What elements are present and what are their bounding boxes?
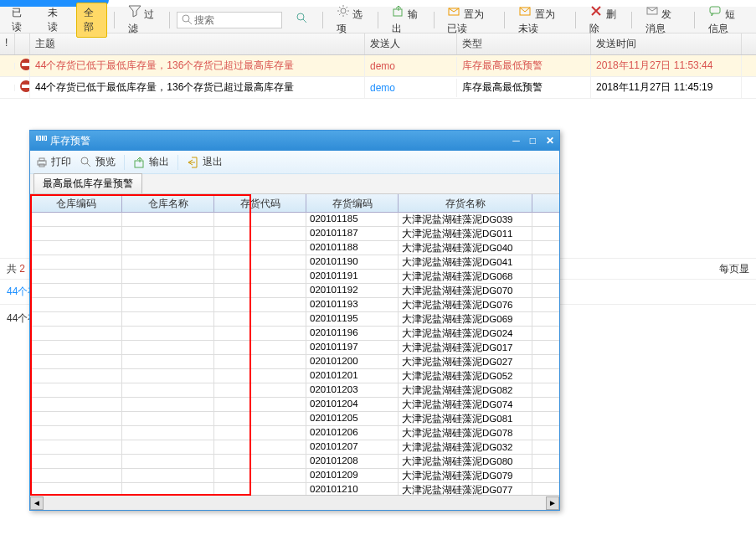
data-row[interactable]: 020101191大津泥盐湖硅藻泥DG068 [30,270,559,284]
warehouse-name-cell [122,383,214,397]
inv-number-cell: 020101208 [306,455,399,468]
col-inv-number[interactable]: 存货编码 [306,194,399,212]
dialog-tab-bar: 最高最低库存量预警 [30,174,559,194]
col-sender[interactable]: 发送人 [365,33,457,54]
col-type[interactable]: 类型 [457,33,591,54]
print-button[interactable]: 打印 [35,155,71,169]
inv-name-cell: 大津泥盐湖硅藻泥DG070 [399,284,532,297]
preview-label: 预览 [95,155,116,169]
mark-read-button[interactable]: 置为已读 [440,2,497,39]
data-row[interactable]: 020101197大津泥盐湖硅藻泥DG017 [30,341,559,355]
col-time[interactable]: 发送时间 [591,33,742,54]
warehouse-name-cell [122,270,214,283]
dialog-toolbar: 打印 预览 输出 退出 [30,151,559,174]
search-go-button[interactable] [289,9,316,30]
inv-name-cell: 大津泥盐湖硅藻泥DG077 [399,483,532,495]
type-cell: 库存最高最低预警 [457,77,591,98]
search-input[interactable] [194,14,278,26]
warehouse-name-cell [122,412,214,425]
warehouse-code-cell [30,270,122,283]
search-box[interactable] [177,12,282,28]
col-subject[interactable]: 主题 [30,33,365,54]
separator [694,12,695,28]
inv-number-cell: 020101201 [306,369,399,383]
flag-cell [0,63,15,69]
maximize-button[interactable]: □ [530,135,536,147]
data-row[interactable]: 020101204大津泥盐湖硅藻泥DG074 [30,398,559,412]
read-button[interactable]: 已读 [5,3,34,37]
inv-name-cell: 大津泥盐湖硅藻泥DG081 [399,412,532,425]
data-row[interactable]: 020101210大津泥盐湖硅藻泥DG077 [30,483,559,495]
data-row[interactable]: 020101201大津泥盐湖硅藻泥DG052 [30,369,559,383]
inv-code-cell [214,369,306,383]
search-go-icon [296,12,309,25]
data-grid-body[interactable]: 020101185大津泥盐湖硅藻泥DG039020101187大津泥盐湖硅藻泥D… [30,213,559,495]
main-toolbar: 已读 未读 全部 过滤 选项 输出 置为已读 置为未读 删除 发消息 [0,7,756,33]
dialog-titlebar[interactable]: 库存预警 ─ □ ✕ [30,131,559,151]
col-inv-code[interactable]: 存货代码 [214,194,306,212]
data-row[interactable]: 020101195大津泥盐湖硅藻泥DG069 [30,312,559,327]
warehouse-name-cell [122,327,214,340]
minimize-button[interactable]: ─ [512,135,520,147]
warehouse-name-cell [122,369,214,383]
exit-button[interactable]: 退出 [187,155,223,169]
col-icon[interactable] [15,33,30,54]
inv-number-cell: 020101190 [306,255,399,269]
separator [177,155,178,170]
col-warehouse-code[interactable]: 仓库编码 [30,194,122,212]
filter-button[interactable]: 过滤 [121,2,163,39]
data-row[interactable]: 020101208大津泥盐湖硅藻泥DG080 [30,455,559,469]
col-flag[interactable]: ! [0,33,15,54]
export-button[interactable]: 输出 [385,2,427,39]
warehouse-code-cell [30,284,122,297]
preview-button[interactable]: 预览 [80,155,116,169]
message-row[interactable]: 44个存货已低于最低库存量，136个存货已超过最高库存量demo库存最高最低预警… [0,55,756,77]
close-button[interactable]: ✕ [546,135,554,147]
all-button[interactable]: 全部 [76,3,107,38]
inv-number-cell: 020101204 [306,398,399,411]
gear-icon [337,4,350,18]
warehouse-name-cell [122,213,214,226]
horizontal-scrollbar[interactable]: ◄ ► [30,495,559,510]
send-msg-button[interactable]: 发消息 [639,2,688,39]
warehouse-name-cell [122,227,214,240]
data-row[interactable]: 020101190大津泥盐湖硅藻泥DG041 [30,255,559,270]
data-row[interactable]: 020101207大津泥盐湖硅藻泥DG032 [30,440,559,455]
subject-cell: 44个存货已低于最低库存量，136个存货已超过最高库存量 [30,55,365,76]
warehouse-name-cell [122,483,214,495]
data-row[interactable]: 020101185大津泥盐湖硅藻泥DG039 [30,213,559,227]
preview-icon [80,156,93,169]
inv-code-cell [214,312,306,326]
data-row[interactable]: 020101203大津泥盐湖硅藻泥DG082 [30,383,559,398]
scroll-right-icon[interactable]: ► [546,496,559,510]
message-row[interactable]: 44个存货已低于最低库存量，136个存货已超过最高库存量demo库存最高最低预警… [0,77,756,99]
delete-button[interactable]: 删除 [583,2,625,39]
inv-number-cell: 020101207 [306,440,399,454]
mark-unread-button[interactable]: 置为未读 [512,2,568,39]
data-row[interactable]: 020101196大津泥盐湖硅藻泥DG024 [30,327,559,341]
data-row[interactable]: 020101192大津泥盐湖硅藻泥DG070 [30,284,559,298]
data-row[interactable]: 020101205大津泥盐湖硅藻泥DG081 [30,412,559,426]
inv-name-cell: 大津泥盐湖硅藻泥DG032 [399,440,532,454]
dialog-export-button[interactable]: 输出 [133,155,169,169]
data-row[interactable]: 020101187大津泥盐湖硅藻泥DG011 [30,227,559,241]
tab-min-max-alert[interactable]: 最高最低库存量预警 [33,173,142,193]
data-row[interactable]: 020101200大津泥盐湖硅藻泥DG027 [30,355,559,369]
svg-rect-5 [393,9,402,16]
data-row[interactable]: 020101193大津泥盐湖硅藻泥DG076 [30,298,559,312]
inv-name-cell: 大津泥盐湖硅藻泥DG082 [399,383,532,397]
scroll-left-icon[interactable]: ◄ [30,496,44,510]
warehouse-code-cell [30,469,122,482]
sms-button[interactable]: 短信息 [702,2,751,39]
options-button[interactable]: 选项 [330,2,372,39]
data-row[interactable]: 020101206大津泥盐湖硅藻泥DG078 [30,426,559,440]
data-row[interactable]: 020101188大津泥盐湖硅藻泥DG040 [30,241,559,255]
unread-button[interactable]: 未读 [41,3,70,37]
print-label: 打印 [51,155,71,169]
col-inv-name[interactable]: 存货名称 [399,194,532,212]
svg-rect-11 [39,158,44,161]
col-warehouse-name[interactable]: 仓库名称 [122,194,214,212]
data-row[interactable]: 020101209大津泥盐湖硅藻泥DG079 [30,469,559,483]
inv-code-cell [214,227,306,240]
warehouse-code-cell [30,341,122,354]
